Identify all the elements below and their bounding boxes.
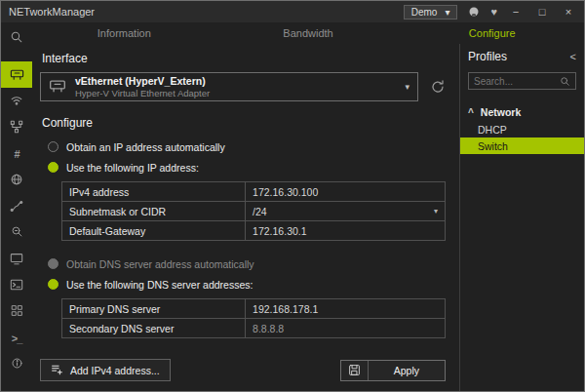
sidebar-item-wifi[interactable] xyxy=(1,88,32,114)
interface-dropdown[interactable]: vEthernet (HyperV_Extern) Hyper-V Virtua… xyxy=(40,72,418,101)
remote-desktop-icon xyxy=(10,252,23,267)
putty-icon xyxy=(11,304,23,319)
tab-bar: Information Bandwidth Configure xyxy=(32,22,584,44)
sidebar-item-web-console[interactable]: >_ xyxy=(1,325,32,351)
dns-lookup-icon xyxy=(11,225,23,240)
ip-scanner-icon xyxy=(10,120,23,136)
profiles-panel: Profiles < ^ Network DHCP Switch xyxy=(459,44,584,391)
subnetmask-value: /24 xyxy=(253,206,267,217)
configure-panel: Interface vEthernet (HyperV_Extern) Hype… xyxy=(32,44,459,391)
demo-dropdown[interactable]: Demo ▾ xyxy=(404,5,458,20)
profile-item-switch[interactable]: Switch xyxy=(460,137,584,154)
tab-bandwidth[interactable]: Bandwidth xyxy=(216,27,401,39)
radio-label: Use the following DNS server addresses: xyxy=(66,279,253,291)
radio-icon xyxy=(48,162,58,173)
sidebar-item-dns-lookup[interactable] xyxy=(1,219,32,246)
radio-icon xyxy=(48,141,58,152)
ipv4-address-field[interactable] xyxy=(253,186,438,198)
list-plus-icon xyxy=(51,363,63,377)
profiles-heading: Profiles xyxy=(468,50,507,63)
sidebar-item-search[interactable] xyxy=(1,26,32,50)
web-console-icon: >_ xyxy=(12,333,22,344)
search-input[interactable] xyxy=(474,76,556,87)
tab-configure[interactable]: Configure xyxy=(400,27,584,39)
table-row: IPv4 address xyxy=(62,182,446,202)
table-row: Subnetmask or CIDR /24 ▾ xyxy=(62,202,446,221)
table-row: Default-Gateway xyxy=(62,221,446,241)
refresh-button[interactable] xyxy=(430,79,446,95)
traceroute-icon xyxy=(10,199,23,215)
search-icon xyxy=(10,30,23,46)
sidebar-item-ping-monitor[interactable] xyxy=(1,167,32,193)
sidebar-item-putty[interactable] xyxy=(1,298,32,325)
sidebar-item-ip-scanner[interactable] xyxy=(1,114,32,140)
ipv4-address-label: IPv4 address xyxy=(62,182,246,202)
search-icon xyxy=(560,76,570,87)
adapter-name: vEthernet (HyperV_Extern) xyxy=(75,75,210,88)
interface-heading: Interface xyxy=(42,52,446,65)
table-row: Secondary DNS server xyxy=(62,319,446,338)
adapter-description: Hyper-V Virtual Ethernet Adapter xyxy=(75,88,210,99)
sponsor-icon[interactable]: ♥ xyxy=(490,6,497,18)
ip-fields-table: IPv4 address Subnetmask or CIDR /24 ▾ xyxy=(61,181,446,241)
radio-icon xyxy=(48,279,58,290)
add-ipv4-label: Add IPv4 address... xyxy=(70,365,160,376)
titlebar-controls: Demo ▾ ♥ − □ × xyxy=(404,5,584,20)
sidebar-item-port-scanner[interactable]: # xyxy=(1,140,32,167)
chevron-down-icon: ▾ xyxy=(405,82,410,92)
maximize-button[interactable]: □ xyxy=(534,6,550,18)
sidebar-item-powershell[interactable] xyxy=(1,272,32,298)
save-icon xyxy=(341,361,369,380)
sidebar: # xyxy=(1,22,32,391)
minimize-button[interactable]: − xyxy=(508,6,524,18)
primary-dns-field[interactable] xyxy=(253,303,438,315)
group-label: Network xyxy=(481,106,521,118)
sidebar-item-traceroute[interactable] xyxy=(1,193,32,219)
profile-item-dhcp[interactable]: DHCP xyxy=(460,121,584,137)
chevron-up-icon: ^ xyxy=(468,107,474,118)
radio-icon xyxy=(48,258,58,269)
apply-label: Apply xyxy=(369,361,445,380)
radio-ip-manual[interactable]: Use the following IP address: xyxy=(48,160,446,175)
default-gateway-field[interactable] xyxy=(253,225,438,237)
app-title: NETworkManager xyxy=(9,6,95,18)
titlebar: NETworkManager Demo ▾ ♥ − □ × xyxy=(1,1,584,22)
sidebar-item-network-interface[interactable] xyxy=(1,61,32,88)
adapter-icon xyxy=(49,76,66,98)
default-gateway-label: Default-Gateway xyxy=(62,221,246,241)
configure-heading: Configure xyxy=(42,116,446,130)
powershell-icon xyxy=(10,278,23,294)
table-row: Primary DNS server xyxy=(62,299,446,319)
collapse-panel-icon[interactable]: < xyxy=(570,51,576,62)
sidebar-item-remote-desktop[interactable] xyxy=(1,246,32,272)
snmp-icon xyxy=(11,357,23,372)
github-icon[interactable] xyxy=(468,6,480,18)
profiles-group-network[interactable]: ^ Network xyxy=(460,103,584,121)
secondary-dns-field[interactable] xyxy=(253,323,438,334)
profiles-search-box xyxy=(468,72,576,90)
radio-dns-automatic[interactable]: Obtain DNS server address automatically xyxy=(48,256,446,271)
apply-button[interactable]: Apply xyxy=(340,360,446,381)
sidebar-item-snmp[interactable] xyxy=(1,351,32,377)
radio-label: Use the following IP address: xyxy=(66,162,199,174)
chevron-down-icon: ▾ xyxy=(445,7,449,18)
app-window: NETworkManager Demo ▾ ♥ − □ × xyxy=(0,0,585,392)
demo-label: Demo xyxy=(411,7,438,18)
footer-actions: Add IPv4 address... Apply xyxy=(40,359,446,381)
radio-dns-manual[interactable]: Use the following DNS server addresses: xyxy=(48,277,446,292)
dns-fields-table: Primary DNS server Secondary DNS server xyxy=(61,298,446,338)
subnetmask-label: Subnetmask or CIDR xyxy=(62,202,246,221)
radio-label: Obtain DNS server address automatically xyxy=(66,258,254,270)
subnetmask-select[interactable]: /24 ▾ xyxy=(253,206,438,217)
secondary-dns-label: Secondary DNS server xyxy=(62,319,246,338)
radio-ip-automatic[interactable]: Obtain an IP address automatically xyxy=(48,139,446,154)
add-ipv4-button[interactable]: Add IPv4 address... xyxy=(40,359,171,381)
tab-information[interactable]: Information xyxy=(32,27,216,39)
radio-label: Obtain an IP address automatically xyxy=(66,141,225,153)
network-interface-icon xyxy=(10,66,24,83)
wifi-icon xyxy=(10,94,23,109)
port-scanner-icon: # xyxy=(14,148,19,160)
primary-dns-label: Primary DNS server xyxy=(62,299,246,319)
close-button[interactable]: × xyxy=(561,6,576,18)
ping-monitor-icon xyxy=(10,173,23,188)
